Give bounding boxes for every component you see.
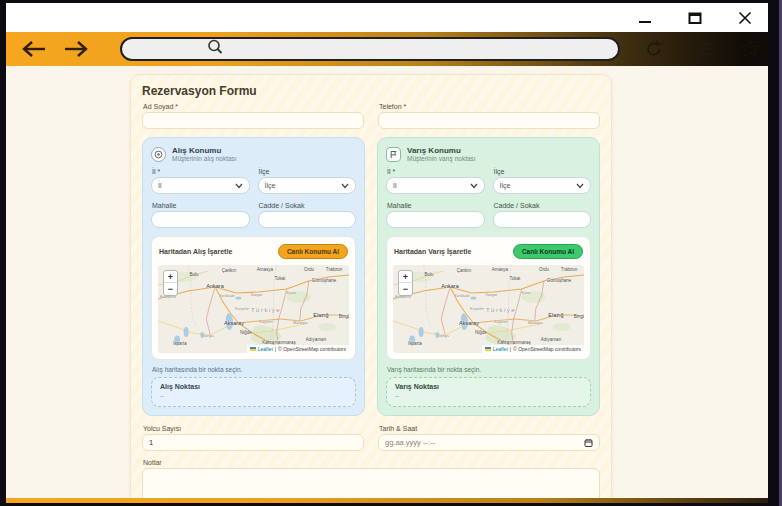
map-attribution: Leaflet | © OpenStreetMap contributors [247,345,349,353]
map-tiles [393,265,584,353]
menu-button[interactable] [698,39,714,63]
dropoff-map-title: Haritadan Varış İşaretle [394,248,471,255]
pickup-map-title: Haritadan Alış İşaretle [159,248,232,255]
chevron-down-icon [576,183,584,189]
dropoff-ilce-label: İlçe [494,168,592,175]
dropoff-il-label: İl * [387,168,485,175]
pickup-subtitle: Müşterinin alış noktası [172,155,237,162]
dropoff-mahalle-label: Mahalle [387,202,485,209]
zoom-in-button[interactable]: + [399,271,412,283]
pickup-ilce-label: İlçe [259,168,357,175]
minimize-icon [638,11,652,25]
pickup-il-select[interactable]: İl [151,177,250,194]
back-button[interactable] [20,40,48,58]
search-icon [206,38,224,60]
pickup-hint: Alış haritasında bir nokta seçin. [152,366,355,373]
name-label: Ad Soyad * [143,103,364,110]
map-attribution: Leaflet | © OpenStreetMap contributors [482,345,584,353]
ukraine-flag-icon [485,347,491,351]
osm-attribution[interactable]: © OpenStreetMap contributors [513,346,581,352]
pickup-panel: Alış Konumu Müşterinin alış noktası İl *… [142,137,365,416]
attribution-separator: | [510,346,511,352]
refresh-icon [644,39,664,59]
map-zoom-control: + − [163,270,178,296]
dropoff-cadde-input[interactable] [493,211,592,228]
phone-label: Telefon * [379,103,600,110]
back-arrow-icon [20,40,48,58]
dropoff-ilce-value: İlçe [500,182,511,189]
chevron-down-icon [470,183,478,189]
page-title: Rezervasyon Formu [142,84,600,98]
dropoff-map-card: Haritadan Varış İşaretle Canlı Konumu Al [386,236,591,360]
hamburger-menu-icon [698,39,714,59]
dropoff-il-value: İl [393,182,397,189]
dropoff-il-select[interactable]: İl [386,177,485,194]
datetime-field-group: Tarih & Saat gg.aa.yyyy --:-- [378,425,600,451]
dropoff-subtitle: Müşterinin varış noktası [407,155,476,162]
title-bar [6,3,768,32]
pickup-pin-icon [151,147,166,162]
pickup-mahalle-input[interactable] [151,211,250,228]
map-tiles [158,265,349,353]
datetime-input[interactable]: gg.aa.yyyy --:-- [378,434,600,451]
notes-textarea[interactable] [142,468,600,498]
attribution-separator: | [275,346,276,352]
forward-button[interactable] [62,40,90,58]
leaflet-link[interactable]: Leaflet [493,346,508,352]
datetime-label: Tarih & Saat [379,425,600,432]
window-bottom-strip [6,498,768,503]
dropoff-cadde-label: Cadde / Sokak [494,202,592,209]
dropoff-panel: Varış Konumu Müşterinin varış noktası İl… [377,137,600,416]
pickup-il-label: İl * [152,168,250,175]
minimize-button[interactable] [636,9,654,27]
passengers-field-group: Yolcu Sayısı 1 [142,425,364,451]
phone-input[interactable] [378,112,600,129]
dropoff-mahalle-input[interactable] [386,211,485,228]
pickup-map[interactable]: BoluÇankırıAmasyaTokatOrduTrabzonGümüşha… [158,265,349,353]
dropoff-ilce-select[interactable]: İlçe [493,177,592,194]
pickup-map-card: Haritadan Alış İşaretle Canlı Konumu Al [151,236,356,360]
calendar-icon[interactable] [584,438,593,447]
address-search-bar[interactable] [120,37,620,61]
dropoff-flag-icon [386,147,401,162]
ukraine-flag-icon [250,347,256,351]
zoom-out-button[interactable]: − [164,283,177,295]
pickup-point-value: – [160,392,347,399]
passengers-input[interactable]: 1 [142,434,364,451]
pickup-ilce-select[interactable]: İlçe [258,177,357,194]
bookmark-button[interactable] [740,39,760,63]
passengers-label: Yolcu Sayısı [143,425,364,432]
pickup-ilce-value: İlçe [265,182,276,189]
pickup-cadde-input[interactable] [258,211,357,228]
maximize-button[interactable] [686,9,704,27]
pickup-point-box: Alış Noktası – [151,377,356,407]
pickup-live-location-button[interactable]: Canlı Konumu Al [278,244,348,259]
zoom-in-button[interactable]: + [164,271,177,283]
pickup-point-label: Alış Noktası [160,383,347,390]
notes-label: Notlar [143,459,600,466]
chevron-down-icon [341,183,349,189]
dropoff-map[interactable]: BoluÇankırıAmasyaTokatOrduTrabzonGümüşha… [393,265,584,353]
forward-arrow-icon [62,40,90,58]
name-field-group: Ad Soyad * [142,103,364,129]
chevron-down-icon [235,183,243,189]
dropoff-live-location-button[interactable]: Canlı Konumu Al [513,244,583,259]
name-input[interactable] [142,112,364,129]
leaflet-link[interactable]: Leaflet [258,346,273,352]
dropoff-point-value: – [395,392,582,399]
star-icon [740,39,760,59]
close-icon [738,11,752,25]
pickup-cadde-label: Cadde / Sokak [259,202,357,209]
datetime-placeholder: gg.aa.yyyy --:-- [385,438,435,447]
zoom-out-button[interactable]: − [399,283,412,295]
page-viewport: Rezervasyon Formu Ad Soyad * Telefon * [6,66,768,498]
passengers-value: 1 [149,438,153,447]
dropoff-point-label: Varış Noktası [395,383,582,390]
reservation-form-card: Rezervasyon Formu Ad Soyad * Telefon * [130,74,612,498]
dropoff-point-box: Varış Noktası – [386,377,591,407]
osm-attribution[interactable]: © OpenStreetMap contributors [278,346,346,352]
close-button[interactable] [736,9,754,27]
notes-field-group: Notlar [142,459,600,498]
pickup-mahalle-label: Mahalle [152,202,250,209]
refresh-button[interactable] [644,39,664,63]
